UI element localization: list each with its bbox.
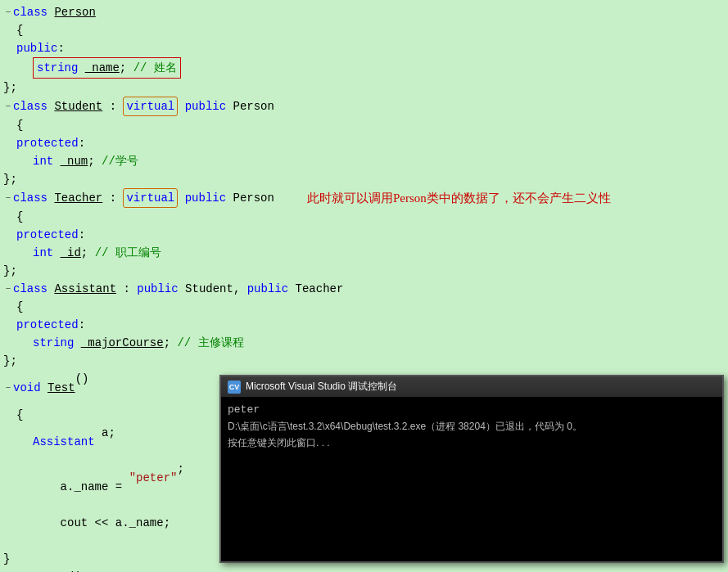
class-name-student: Student [54,97,102,115]
code-line-17: { [0,298,728,316]
annotation-text: 此时就可以调用Person类中的数据了，还不会产生二义性 [307,189,611,207]
console-body: peter D:\桌面\c语言\test.3.2\x64\Debug\test.… [221,397,722,456]
code-line-15: }; [0,262,728,280]
code-line-1: －class Person [0,3,728,21]
collapse-1[interactable]: － [3,3,13,21]
console-titlebar: CV Microsoft Visual Studio 调试控制台 [221,376,722,397]
code-line-14: int _id; // 职工编号 [0,244,728,262]
code-editor: －class Person { public: string _name; //… [0,0,728,572]
code-line-10: }; [0,170,728,188]
virtual-keyword-1: virtual [123,97,178,116]
class-name-assistant: Assistant [54,280,116,298]
collapse-11[interactable]: － [3,189,13,207]
kw-public: public [16,39,57,57]
code-line-6: －class Student : virtual public Person [0,97,728,116]
kw-class2: class [13,97,47,115]
code-line-19: string _majorCourse; // 主修课程 [0,334,728,352]
highlight-string-name: string _name; // 姓名 [33,57,181,79]
console-line-2: D:\桌面\c语言\test.3.2\x64\Debug\test.3.2.ex… [228,418,716,435]
collapse-6[interactable]: － [3,97,13,115]
console-line-1: peter [228,402,716,418]
vs-icon: CV [228,381,241,394]
console-line-3: 按任意键关闭此窗口. . . [228,435,716,451]
code-line-4: string _name; // 姓名 [0,57,728,79]
console-window[interactable]: CV Microsoft Visual Studio 调试控制台 peter D… [219,375,724,563]
code-line-8: protected: [0,134,728,152]
brace-open-2: { [16,116,23,134]
brace-close-semi: }; [3,79,17,97]
class-name-teacher: Teacher [54,189,102,207]
code-line-27: －int main() [0,568,728,572]
virtual-keyword-2: virtual [123,188,178,208]
code-line-18: protected: [0,316,728,334]
var-name: _name [85,61,120,74]
code-line-7: { [0,116,728,134]
comment-name: // 姓名 [133,61,177,74]
class-name-person: Person [54,3,95,21]
var-majorcourse: _majorCourse [81,334,164,352]
colon: : [57,39,64,57]
code-line-20: }; [0,352,728,370]
console-title: Microsoft Visual Studio 调试控制台 [246,380,397,394]
code-line-2: { [0,21,728,39]
code-line-11: －class Teacher : virtual public Person 此… [0,188,728,208]
kw-string: string [37,61,78,74]
var-id: _id [61,244,81,262]
code-line-16: －class Assistant : public Student, publi… [0,280,728,298]
code-line-3: public: [0,39,728,57]
code-line-5: }; [0,79,728,97]
code-line-12: { [0,208,728,226]
collapse-21[interactable]: － [3,379,13,397]
brace-open: { [16,21,23,39]
func-test: Test [47,379,75,397]
collapse-16[interactable]: － [3,280,13,298]
code-line-9: int _num; //学号 [0,152,728,170]
kw-class: class [13,3,47,21]
var-num: _num [61,152,88,170]
code-line-13: protected: [0,226,728,244]
